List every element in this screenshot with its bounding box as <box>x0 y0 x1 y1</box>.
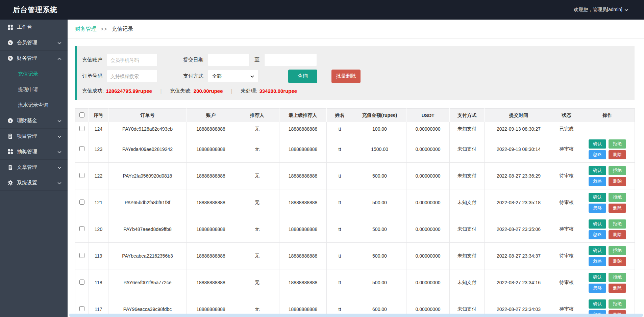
breadcrumb-separator: >> <box>101 26 107 32</box>
row-checkbox[interactable] <box>79 280 84 285</box>
main-content: 财务管理 >> 充值记录 充值账户 提交日期 至 订单号码 支付方式 全部 查询… <box>68 20 644 317</box>
sidebar-item-finance[interactable]: ¥ 财务管理 <box>0 51 68 66</box>
cell-name: tt <box>327 243 353 269</box>
delete-button[interactable]: 删除 <box>609 257 626 266</box>
payment-method-select[interactable]: 全部 <box>208 70 258 82</box>
cell-status: 已完成 <box>553 122 580 136</box>
delete-button[interactable]: 删除 <box>609 150 626 159</box>
cell-name: tt <box>327 216 353 243</box>
horizontal-scrollbar[interactable] <box>69 314 643 317</box>
delete-button[interactable]: 删除 <box>609 284 626 293</box>
cell-method: 未知支付 <box>450 163 485 189</box>
svg-text:V: V <box>9 41 11 45</box>
reject-button[interactable]: 拒绝 <box>609 299 626 309</box>
cell-seq: 121 <box>89 189 108 216</box>
column-header: 状态 <box>553 109 580 122</box>
ignore-button[interactable]: 忽略 <box>589 204 606 213</box>
user-menu[interactable]: 欢迎您，管理员[admin] <box>574 7 628 13</box>
cell-account: 18888888888 <box>187 243 235 269</box>
reject-button[interactable]: 拒绝 <box>609 193 626 202</box>
ignore-button[interactable]: 忽略 <box>589 150 606 159</box>
row-checkbox[interactable] <box>79 306 84 311</box>
reject-button[interactable]: 拒绝 <box>609 273 626 282</box>
date-from-input[interactable] <box>208 54 250 66</box>
cell-actions: 确认拒绝忽略删除 <box>580 189 635 216</box>
cell-actions <box>580 122 635 136</box>
confirm-button[interactable]: 确认 <box>589 166 606 175</box>
sidebar-item-label: 理财基金 <box>17 117 57 124</box>
fail-value: 200.00rupee <box>194 88 223 94</box>
sidebar: 工作台 V 会员管理 ¥ 财务管理 充值记录 提现申请 流水记录查询 ¥ 理财基… <box>0 20 68 317</box>
sidebar-item-label: 抽奖管理 <box>17 149 57 155</box>
cell-amount: 500.00 <box>353 243 406 269</box>
query-button[interactable]: 查询 <box>288 70 317 83</box>
ignore-button[interactable]: 忽略 <box>589 284 606 293</box>
sidebar-subitem-recharge-records[interactable]: 充值记录 <box>0 66 68 82</box>
cell-order: PAY6e5f001f85a772ce <box>108 269 187 296</box>
fail-label: 充值失败: <box>170 88 192 94</box>
chevron-up-icon <box>57 55 61 61</box>
row-checkbox[interactable] <box>79 146 84 151</box>
sidebar-subitem-label: 提现申请 <box>18 86 38 93</box>
confirm-button[interactable]: 确认 <box>589 139 606 149</box>
sidebar-item-projects[interactable]: 项目管理 <box>0 129 68 144</box>
sidebar-item-lottery[interactable]: 抽奖管理 <box>0 144 68 160</box>
reject-button[interactable]: 拒绝 <box>609 166 626 175</box>
ignore-button[interactable]: 忽略 <box>589 230 606 239</box>
delete-button[interactable]: 删除 <box>609 204 626 213</box>
confirm-button[interactable]: 确认 <box>589 193 606 202</box>
confirm-button[interactable]: 确认 <box>589 219 606 229</box>
sidebar-subitem-withdraw-requests[interactable]: 提现申请 <box>0 82 68 97</box>
order-number-input[interactable] <box>107 70 157 82</box>
confirm-button[interactable]: 确认 <box>589 246 606 255</box>
success-value: 128624795.99rupee <box>106 88 152 94</box>
column-header: 账户 <box>187 109 235 122</box>
confirm-button[interactable]: 确认 <box>589 273 606 282</box>
select-all-checkbox[interactable] <box>79 112 84 117</box>
cell-seq: 118 <box>89 269 108 296</box>
cell-account: 18888888888 <box>187 269 235 296</box>
row-checkbox[interactable] <box>79 253 84 258</box>
cell-account: 18888888888 <box>187 163 235 189</box>
column-header: 推荐人 <box>235 109 279 122</box>
summary-stats: 充值成功: 128624795.99rupee ｜ 充值失败: 200.00ru… <box>82 88 635 94</box>
pending-value: 334200.00rupee <box>259 88 297 94</box>
delete-button[interactable]: 删除 <box>609 230 626 239</box>
cell-time: 2022-09-13 08:30:27 <box>485 122 553 136</box>
sidebar-item-members[interactable]: V 会员管理 <box>0 35 68 51</box>
cell-seq: 122 <box>89 163 108 189</box>
sidebar-item-funds[interactable]: ¥ 理财基金 <box>0 113 68 129</box>
delete-button[interactable]: 删除 <box>609 177 626 186</box>
chevron-down-icon <box>57 40 61 46</box>
sidebar-item-workbench[interactable]: 工作台 <box>0 20 68 35</box>
row-checkbox[interactable] <box>79 173 84 178</box>
row-checkbox[interactable] <box>79 200 84 205</box>
reject-button[interactable]: 拒绝 <box>609 219 626 229</box>
confirm-button[interactable]: 确认 <box>589 299 606 309</box>
cell-time: 2022-08-27 23:34:16 <box>485 269 553 296</box>
cell-time: 2022-08-27 23:35:06 <box>485 216 553 243</box>
cell-top_referrer: 18888888888 <box>279 269 327 296</box>
sidebar-item-settings[interactable]: 系统设置 <box>0 175 68 191</box>
sidebar-subitem-flow-records[interactable]: 流水记录查询 <box>0 97 68 113</box>
row-checkbox[interactable] <box>79 126 84 131</box>
reject-button[interactable]: 拒绝 <box>609 246 626 255</box>
pending-label: 未处理: <box>241 88 257 94</box>
ignore-button[interactable]: 忽略 <box>589 177 606 186</box>
column-header: USDT <box>406 109 450 122</box>
recharge-account-input[interactable] <box>107 54 157 66</box>
table-row: 122PAYc2fa0560920d081818888888888无188888… <box>75 163 635 189</box>
sidebar-item-label: 会员管理 <box>17 39 57 46</box>
reject-button[interactable]: 拒绝 <box>609 139 626 149</box>
bulk-delete-button[interactable]: 批量删除 <box>331 70 361 83</box>
sidebar-item-articles[interactable]: 文章管理 <box>0 160 68 175</box>
cell-order: PAY0dc9128a82c493eb <box>108 122 187 136</box>
cell-top_referrer: 18888888888 <box>279 189 327 216</box>
table-header-row: 序号订单号账户推荐人最上级推荐人姓名充值金额(rupee)USDT支付方式提交时… <box>75 109 635 122</box>
cell-usdt: 0.00000000 <box>406 122 450 136</box>
breadcrumb-section-link[interactable]: 财务管理 <box>75 26 97 33</box>
row-checkbox[interactable] <box>79 226 84 231</box>
date-to-input[interactable] <box>264 54 317 66</box>
cell-actions: 确认拒绝忽略删除 <box>580 136 635 163</box>
ignore-button[interactable]: 忽略 <box>589 257 606 266</box>
